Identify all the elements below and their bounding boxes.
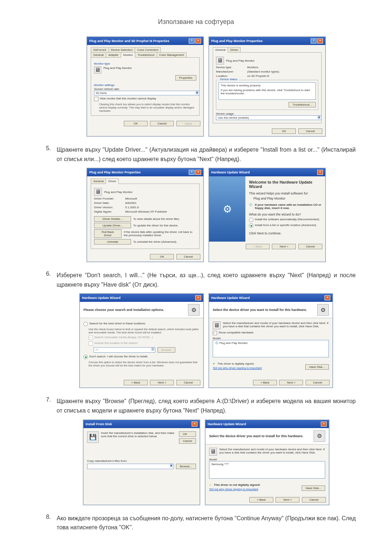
wizard-header-icon: ⚙ [314, 430, 325, 442]
troubleshoot-button[interactable]: Troubleshoot... [289, 102, 316, 107]
ok-button[interactable]: OK [272, 128, 296, 134]
tab-general[interactable]: General [213, 47, 228, 53]
back-button[interactable]: < Back [249, 497, 273, 502]
tab-monitor[interactable]: Monitor [121, 52, 136, 58]
step-number: 7. [36, 397, 57, 403]
have-disk-button[interactable]: Have Disk... [302, 485, 325, 491]
driver-details-button[interactable]: Driver Details... [94, 216, 131, 222]
cancel-button[interactable]: Cancel [176, 380, 200, 385]
device-type-label: Device type: [216, 66, 245, 69]
close-icon[interactable]: × [317, 170, 323, 175]
update-driver-button[interactable]: Update Driver... [94, 223, 131, 228]
radio-dont-search-label: Don't search. I will choose the driver t… [89, 355, 148, 358]
dialog-install-from-disk: Install From Disk × 💾 Insert the manufac… [83, 420, 200, 505]
tab-geforce3[interactable]: GeForce3 [91, 47, 109, 53]
hide-modes-checkbox[interactable] [94, 97, 98, 101]
tab-general[interactable]: General [91, 178, 106, 184]
close-icon[interactable]: × [317, 38, 323, 44]
dialog-title: Hardware Update Wizard [211, 296, 250, 300]
wizard-welcome-heading: Welcome to the Hardware Update Wizard [249, 180, 322, 189]
radio-dont-search[interactable] [83, 355, 88, 359]
close-icon[interactable]: × [195, 295, 201, 300]
properties-button[interactable]: Properties [175, 75, 196, 81]
cancel-button[interactable]: Cancel [179, 438, 196, 444]
floppy-icon: 💾 [87, 431, 99, 443]
monitor-name: Plug and Play Monitor [103, 66, 132, 74]
back-button[interactable]: < Back [246, 244, 270, 249]
dialog-pnp-monitor-properties-general: Plug and Play Monitor Properties ? × Gen… [209, 37, 326, 136]
ok-button[interactable]: OK [150, 254, 174, 259]
rollback-driver-button[interactable]: Roll Back Driver [94, 229, 122, 238]
why-signing-link[interactable]: Tell me why driver signing is important [213, 366, 262, 370]
radio-install-list[interactable] [249, 223, 253, 228]
device-usage-dropdown[interactable]: Use this device (enable) [216, 115, 322, 120]
ok-button[interactable]: OK [124, 121, 148, 126]
browse-button[interactable]: Browse... [176, 464, 196, 469]
cancel-button[interactable]: Cancel [302, 497, 326, 502]
tab-color-management[interactable]: Color Management [157, 52, 187, 58]
tab-troubleshoot[interactable]: Troubleshoot [135, 52, 157, 58]
page-title: Използване на софтуера [36, 18, 356, 26]
browse-button[interactable]: Browse [158, 347, 175, 353]
uninstall-button[interactable]: Uninstall [94, 239, 131, 245]
select-driver-hint: Select the manufacturer and model of you… [223, 321, 329, 328]
close-icon[interactable]: × [195, 38, 201, 44]
path-dropdown[interactable] [87, 464, 174, 469]
close-icon[interactable]: × [321, 422, 327, 427]
step-number: 6. [36, 271, 57, 277]
refresh-rate-dropdown[interactable]: 60 Hertz [94, 91, 200, 95]
driver-provider-label: Driver Provider: [94, 197, 123, 200]
next-button[interactable]: Next > [272, 244, 296, 249]
driver-date-value: 6/6/2001 [125, 201, 136, 205]
close-icon[interactable]: × [195, 170, 201, 175]
apply-button[interactable]: Apply [176, 121, 200, 126]
close-icon[interactable]: × [192, 422, 197, 427]
back-button[interactable]: < Back [253, 380, 277, 385]
tab-driver[interactable]: Driver [106, 178, 118, 184]
list-item[interactable]: 💿 Plug and Play Monitor [215, 341, 248, 345]
driver-date-label: Driver Date: [94, 201, 123, 205]
close-icon[interactable]: × [324, 295, 330, 300]
next-button[interactable]: Next > [275, 497, 299, 502]
help-button[interactable]: ? [189, 38, 195, 44]
tab-color-correction[interactable]: Color Correction [135, 47, 161, 53]
dialog-hardware-update-wizard-select-driver-samsung: Hardware Update Wizard × Select the devi… [205, 420, 329, 505]
cancel-button[interactable]: Cancel [298, 128, 322, 134]
help-button[interactable]: ? [311, 38, 317, 44]
dialog-title: Plug and Play Monitor Properties [211, 39, 263, 43]
monitor-icon: 🖥 [213, 321, 221, 329]
list-item[interactable]: Samsung **** [211, 463, 229, 466]
tab-driver[interactable]: Driver [228, 47, 240, 53]
cancel-button[interactable]: Cancel [176, 254, 200, 259]
tab-adapter[interactable]: Adapter [106, 52, 121, 58]
cancel-button[interactable]: Cancel [150, 121, 174, 126]
model-listbox[interactable]: Samsung **** [209, 461, 325, 479]
ok-button[interactable]: OK [179, 431, 196, 437]
wizard-icon: ⚙ [223, 203, 232, 215]
why-signing-link[interactable]: Tell me why driver signing is important [209, 488, 258, 491]
help-button[interactable]: ? [189, 170, 195, 175]
radio-search-best[interactable] [83, 322, 88, 326]
uninstall-desc: To uninstall the driver (Advanced). [133, 240, 177, 243]
radio-install-auto[interactable] [249, 218, 253, 222]
wizard-header-text: Select the device driver you want to ins… [213, 308, 307, 312]
checkbox-include-location-label: Include this location in the search: [94, 341, 138, 345]
checkbox-include-location[interactable] [89, 341, 93, 346]
back-button[interactable]: < Back [124, 380, 148, 385]
cancel-button[interactable]: Cancel [298, 244, 322, 249]
dialog-title: Hardware Update Wizard [82, 296, 121, 300]
model-listbox[interactable]: 💿 Plug and Play Monitor [213, 340, 329, 357]
location-path-dropdown[interactable]: A:\ [94, 347, 155, 353]
tab-device-selection[interactable]: Device Selection [109, 47, 135, 53]
have-disk-button[interactable]: Have Disk... [305, 364, 329, 370]
next-button[interactable]: Next > [150, 380, 174, 385]
monitor-icon: 🖥 [94, 188, 102, 196]
cancel-button[interactable]: Cancel [306, 380, 330, 385]
checkbox-removable-media[interactable]: ✓ [89, 336, 93, 340]
dialog-monitor-3dprophet-properties: Plug and Play Monitor and 3D Prophet III… [87, 37, 204, 136]
step-number: 8. [36, 514, 57, 520]
next-button[interactable]: Next > [279, 380, 303, 385]
radio-install-auto-label: Install the software automatically (Reco… [255, 218, 319, 221]
show-compatible-checkbox[interactable]: ✓ [213, 331, 217, 335]
tab-general[interactable]: General [91, 52, 106, 58]
